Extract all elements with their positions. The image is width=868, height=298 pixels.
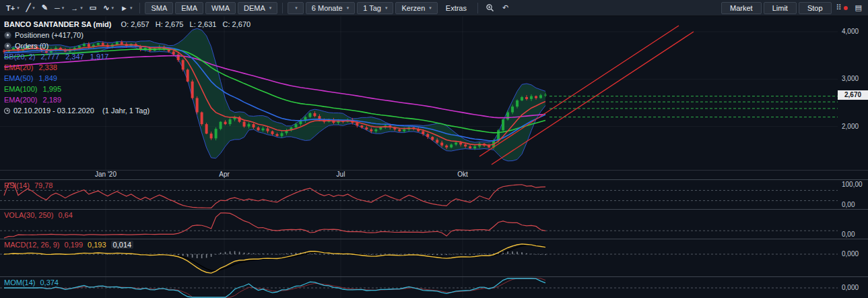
symbol-title: BANCO SANTANDER SA (mid): [4, 20, 112, 28]
macd-label[interactable]: MACD(12, 26, 9): [4, 241, 60, 249]
indicator-legend-ema100[interactable]: EMA(100)1,995: [4, 84, 251, 94]
vola-panel[interactable]: VOLA(30, 250)0,64 0,00: [0, 209, 868, 239]
positions-row[interactable]: Positionen (+417,70): [4, 30, 251, 40]
zoom-in-icon[interactable]: [483, 3, 498, 13]
positions-label: Positionen (+417,70): [15, 31, 84, 39]
indicator-legend-ema20[interactable]: EMA(20)2,338: [4, 62, 251, 73]
drawing-tools: T+▾ ╱▾ ✎ ─▾ →▾ ▭ ∿▾ ►▾: [3, 3, 135, 13]
time-axis-label: Jul: [337, 171, 345, 178]
quick-trade-icon[interactable]: ⠿: [834, 3, 850, 13]
wma-button[interactable]: WMA: [205, 2, 236, 14]
chevron-down-icon: ▾: [295, 5, 298, 11]
layout-icon[interactable]: ▤: [853, 3, 865, 13]
price-chart-panel[interactable]: BANCO SANTANDER SA (mid)O: 2,657 H: 2,67…: [0, 16, 868, 170]
interval-dropdown[interactable]: 1 Tag▾: [357, 2, 393, 14]
ohlc-values: O: 2,657 H: 2,675 L: 2,631 C: 2,670: [121, 20, 251, 28]
sma-button[interactable]: SMA: [145, 2, 173, 14]
toolbar-divider: [282, 3, 283, 13]
mom-panel[interactable]: MOM(14)0,374 0,000: [0, 276, 868, 298]
macd-axis-zero: 0,000: [842, 250, 859, 258]
rectangle-tool[interactable]: ▭: [87, 3, 99, 13]
trendline-tool[interactable]: ╱▾: [24, 3, 38, 13]
chart-legend: BANCO SANTANDER SA (mid)O: 2,657 H: 2,67…: [4, 19, 251, 116]
chevron-down-icon: ▾: [385, 5, 388, 11]
rsi-canvas[interactable]: [0, 180, 838, 210]
chevron-down-icon: ▾: [130, 5, 133, 11]
chevron-down-icon: ▾: [80, 5, 83, 11]
chevron-down-icon: ▾: [111, 5, 114, 11]
chevron-down-icon: ▾: [429, 5, 432, 11]
arrow-tool[interactable]: →▾: [68, 3, 86, 13]
chevron-down-icon: ▾: [17, 5, 20, 11]
rsi-panel[interactable]: RSI(14)79,78 100,00 0,00: [0, 179, 868, 209]
range-dropdown[interactable]: 6 Monate▾: [306, 2, 355, 14]
time-axis-label: Jan '20: [95, 171, 116, 178]
macd-signal-value: 0,193: [88, 241, 106, 249]
chevron-down-icon: ▾: [32, 5, 35, 11]
vola-axis-bottom: 0,00: [842, 231, 855, 238]
macd-value: 0,199: [65, 241, 84, 249]
chevron-down-icon: ▾: [62, 5, 65, 11]
vola-label[interactable]: VOLA(30, 250): [4, 211, 53, 219]
pointer-tool[interactable]: ►▾: [118, 3, 135, 13]
macd-panel[interactable]: MACD(12, 26, 9) 0,199 0,193 0,014 0,000: [0, 239, 868, 276]
add-indicator-dropdown[interactable]: ▾: [288, 2, 304, 14]
date-range: 02.10.2019 - 03.12.2020 (1 Jahr, 1 Tag): [4, 105, 251, 116]
dema-button[interactable]: DEMA▾: [238, 2, 277, 14]
orders-label: Orders (0): [15, 42, 48, 50]
clock-icon: [4, 108, 10, 114]
orders-row[interactable]: Orders (0): [4, 40, 251, 51]
chevron-down-icon: ▾: [347, 5, 349, 11]
mom-label[interactable]: MOM(14): [4, 278, 35, 287]
toolbar-divider: [477, 3, 478, 13]
extras-button[interactable]: Extras: [440, 2, 473, 14]
orders-icon: [4, 42, 11, 50]
rsi-label[interactable]: RSI(14): [4, 181, 30, 189]
time-axis-label: Okt: [457, 171, 468, 178]
vola-canvas[interactable]: [0, 210, 838, 239]
stop-order-button[interactable]: Stop: [799, 2, 832, 14]
mom-value: 0,374: [40, 278, 59, 287]
ema-button[interactable]: EMA: [175, 2, 203, 14]
mom-axis-zero: 0,000: [842, 284, 859, 291]
limit-order-button[interactable]: Limit: [764, 2, 797, 14]
market-order-button[interactable]: Market: [721, 2, 762, 14]
undo-icon[interactable]: ↶: [500, 3, 511, 13]
draw-tool[interactable]: ✎: [39, 3, 51, 13]
text-tool[interactable]: T+▾: [3, 3, 22, 13]
status-dot-icon: [844, 6, 848, 10]
positions-icon: [4, 32, 11, 39]
macd-hist-value: 0,014: [111, 241, 134, 249]
price-axis-label: 3,000: [842, 75, 859, 82]
indicator-legend-ema50[interactable]: EMA(50)1,849: [4, 73, 251, 84]
mom-canvas[interactable]: [0, 277, 838, 298]
vola-value: 0,64: [58, 211, 72, 219]
time-axis-label: Apr: [219, 171, 230, 178]
toolbar-divider: [139, 3, 140, 13]
time-axis[interactable]: Jan '20 Apr Jul Okt: [0, 170, 868, 179]
chart-type-dropdown[interactable]: Kerzen▾: [395, 2, 437, 14]
price-axis-label: 4,000: [842, 28, 859, 35]
horizontal-line-tool[interactable]: ─▾: [52, 3, 67, 13]
wave-tool[interactable]: ∿▾: [100, 3, 116, 13]
rsi-value: 79,78: [34, 181, 53, 189]
trading-chart-app: T+▾ ╱▾ ✎ ─▾ →▾ ▭ ∿▾ ►▾ SMA EMA WMA DEMA▾…: [0, 0, 868, 298]
last-price-tag: 2,670: [838, 90, 868, 100]
price-axis-label: 2,000: [842, 123, 859, 130]
indicator-legend-ema200[interactable]: EMA(200)2,189: [4, 94, 251, 105]
indicator-legend-bb[interactable]: BB(20, 2)2,777 2,347 1,917: [4, 51, 251, 62]
rsi-axis-bottom: 0,00: [842, 201, 855, 208]
rsi-axis-top: 100,00: [842, 181, 863, 188]
chart-toolbar: T+▾ ╱▾ ✎ ─▾ →▾ ▭ ∿▾ ►▾ SMA EMA WMA DEMA▾…: [0, 0, 868, 16]
chevron-down-icon: ▾: [269, 5, 272, 11]
